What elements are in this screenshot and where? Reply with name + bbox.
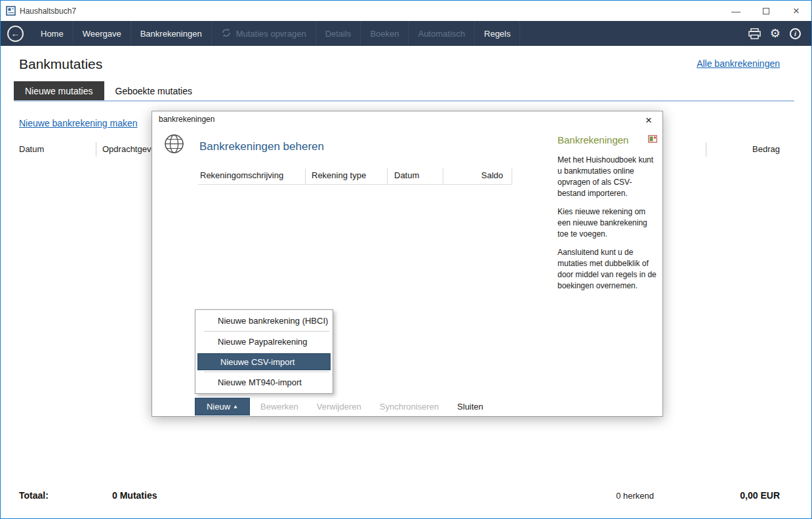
minimize-button[interactable]: —: [721, 1, 751, 21]
help-paragraph: Kies nieuwe rekening om een nieuwe bankr…: [558, 206, 657, 240]
titlebar: Haushaltsbuch7 — ×: [1, 1, 811, 21]
maximize-icon: [763, 8, 769, 14]
bankrekeningen-dialog: bankrekeningen × Bankrekeningen beheren …: [152, 111, 663, 417]
nav-item-details[interactable]: Details: [316, 21, 361, 46]
dialog-title: bankrekeningen: [159, 115, 214, 124]
back-button[interactable]: ←: [7, 26, 24, 42]
grid-header-rekening-type[interactable]: Rekening type: [312, 170, 366, 180]
chevron-up-icon: ▲: [233, 404, 238, 410]
sluiten-button[interactable]: Sluiten: [449, 398, 491, 415]
nav-ribbon: ← Home Weergave Bankrekeningen Mutaties …: [1, 21, 811, 46]
tab-geboekte-mutaties[interactable]: Geboekte mutaties: [104, 81, 204, 101]
tab-divider: [14, 100, 794, 102]
column-header-opdrachtgever[interactable]: Opdrachtgever: [102, 144, 159, 154]
status-mutaties-count: 0 Mutaties: [112, 490, 157, 501]
nav-item-home[interactable]: Home: [31, 21, 73, 46]
page-title: Bankmutaties: [19, 56, 102, 72]
dialog-help-panel: Bankrekeningen Met het Huishoudboek kunt…: [558, 134, 657, 299]
column-separator: [96, 142, 96, 157]
help-paragraph: Aansluitend kunt u de mutaties met dubbe…: [558, 247, 657, 292]
nav-label: Bankrekeningen: [140, 29, 202, 39]
help-panel-title: Bankrekeningen: [558, 134, 628, 145]
grid-column-separator: [387, 168, 388, 184]
grid-column-separator: [443, 168, 443, 184]
nav-item-mutaties-opvragen[interactable]: Mutaties opvragen: [212, 21, 316, 46]
panel-icon: [648, 134, 657, 145]
nav-label: Weergave: [83, 29, 121, 39]
menu-item-csv-import[interactable]: Nieuwe CSV-import: [197, 353, 331, 370]
nieuw-button[interactable]: Nieuw ▲: [195, 398, 250, 415]
app-title: Haushaltsbuch7: [20, 7, 76, 16]
sync-icon: [221, 28, 232, 40]
synchroniseren-button[interactable]: Synchroniseren: [372, 398, 447, 415]
bewerken-button[interactable]: Bewerken: [253, 398, 306, 415]
status-total-amount: 0,00 EUR: [740, 490, 780, 501]
grid-header-datum[interactable]: Datum: [394, 170, 419, 180]
nav-label: Mutaties opvragen: [236, 29, 306, 39]
nav-label: Automatisch: [418, 29, 465, 39]
print-icon[interactable]: [748, 28, 761, 39]
nieuw-button-label: Nieuw: [207, 402, 230, 412]
app-window: Haushaltsbuch7 — × ← Home Weergave Bankr…: [0, 0, 812, 519]
nav-label: Details: [325, 29, 352, 39]
close-button[interactable]: ×: [781, 1, 811, 21]
menu-item-paypal[interactable]: Nieuwe Paypalrekening: [195, 331, 333, 352]
nav-label: Boeken: [370, 29, 399, 39]
status-herkend-count: 0 herkend: [616, 491, 654, 501]
nav-label: Regels: [484, 29, 510, 39]
dialog-button-row: Nieuw ▲ Bewerken Verwijderen Synchronise…: [195, 398, 491, 415]
nav-item-weergave[interactable]: Weergave: [73, 21, 131, 46]
dialog-header: Bankrekeningen beheren: [199, 140, 324, 153]
nav-item-boeken[interactable]: Boeken: [361, 21, 409, 46]
tab-bar: Nieuwe mutaties Geboekte mutaties: [14, 81, 203, 101]
column-header-bedrag[interactable]: Bedrag: [752, 144, 780, 154]
menu-item-mt940-import[interactable]: Nieuwe MT940-import: [195, 372, 333, 393]
nav-item-automatisch[interactable]: Automatisch: [409, 21, 475, 46]
column-header-datum[interactable]: Datum: [19, 144, 44, 154]
nav-right-icons: ⚙ i: [748, 26, 811, 41]
help-paragraph: Met het Huishoudboek kunt u bankmutaties…: [558, 155, 657, 199]
grid-column-separator: [512, 168, 512, 184]
nav-item-bankrekeningen[interactable]: Bankrekeningen: [131, 21, 212, 46]
maximize-button[interactable]: [751, 1, 781, 21]
grid-column-separator: [305, 168, 306, 184]
grid-header-underline: [198, 184, 512, 185]
app-icon: [6, 6, 16, 16]
status-total-label: Totaal:: [19, 490, 49, 501]
nav-label: Home: [41, 29, 64, 39]
new-account-dropdown-menu: Nieuwe bankrekening (HBCI) Nieuwe Paypal…: [195, 309, 333, 394]
column-separator: [706, 142, 706, 157]
gear-icon[interactable]: ⚙: [770, 26, 781, 41]
all-bankaccounts-link[interactable]: Alle bankrekeningen: [697, 58, 780, 69]
grid-header-saldo[interactable]: Saldo: [444, 170, 503, 180]
nav-item-regels[interactable]: Regels: [475, 21, 520, 46]
verwijderen-button[interactable]: Verwijderen: [309, 398, 369, 415]
dialog-close-icon[interactable]: ×: [640, 113, 657, 128]
globe-icon: [164, 134, 184, 157]
menu-item-hbci[interactable]: Nieuwe bankrekening (HBCI): [195, 310, 333, 331]
grid-header-rekeningomschrijving[interactable]: Rekeningomschrijving: [200, 170, 283, 180]
new-bankaccount-link[interactable]: Nieuwe bankrekening maken: [19, 118, 138, 128]
window-controls: — ×: [721, 1, 811, 21]
info-icon[interactable]: i: [790, 28, 801, 39]
tab-nieuwe-mutaties[interactable]: Nieuwe mutaties: [14, 81, 104, 101]
